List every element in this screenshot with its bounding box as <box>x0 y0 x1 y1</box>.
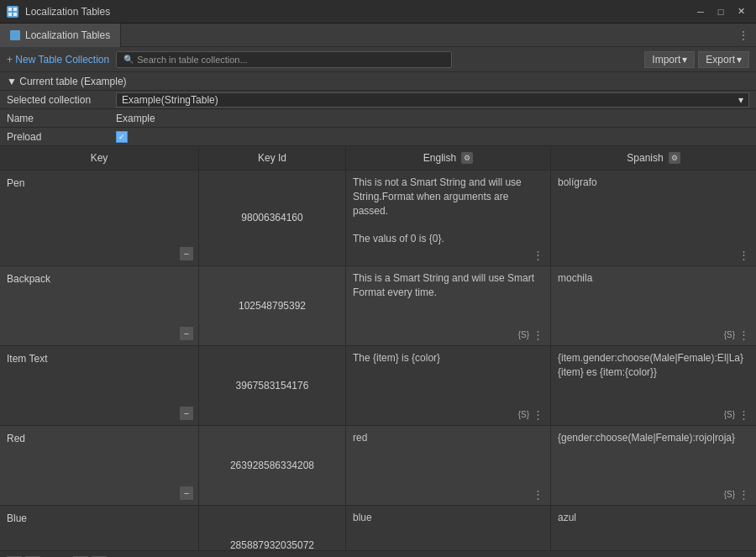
selected-collection-dropdown[interactable]: Example(StringTable) ▾ <box>116 92 749 108</box>
keyid-cell: 3967583154176 <box>199 346 346 425</box>
keyid-value: 102548795392 <box>239 300 306 312</box>
import-label: Import <box>652 54 680 66</box>
spanish-cell[interactable]: bolígrafo ⋮ <box>551 171 756 265</box>
spanish-value: bolígrafo <box>558 176 749 246</box>
spanish-cell-bottom: {S} ⋮ <box>558 406 749 420</box>
english-cell[interactable]: The {item} is {color} {S} ⋮ <box>346 346 551 425</box>
spanish-kebab-icon[interactable]: ⋮ <box>738 329 749 340</box>
spanish-kebab-icon[interactable]: ⋮ <box>738 489 749 500</box>
english-kebab-icon[interactable]: ⋮ <box>533 329 543 340</box>
localization-tables-tab[interactable]: Localization Tables <box>0 24 121 47</box>
current-table-label: ▼ Current table (Example) <box>7 76 127 87</box>
spanish-smart-badge: {S} <box>724 410 735 419</box>
keyid-value: 285887932035072 <box>230 539 314 550</box>
english-kebab-icon[interactable]: ⋮ <box>533 409 543 420</box>
spanish-column-header: Spanish ⚙ <box>551 146 756 170</box>
keyid-cell: 263928586334208 <box>199 426 346 505</box>
spanish-cell[interactable]: {item.gender:choose(Male|Female):El|La} … <box>551 346 756 425</box>
toolbar-menu-button[interactable]: ⋮ <box>731 29 756 42</box>
new-table-collection-button[interactable]: + New Table Collection <box>7 54 109 66</box>
checkbox-check: ✓ <box>118 133 125 141</box>
keyid-cell: 98006364160 <box>199 171 346 265</box>
key-value: Blue <box>7 511 192 524</box>
preload-checkbox[interactable]: ✓ <box>116 131 128 143</box>
english-value: blue <box>353 511 543 550</box>
svg-rect-2 <box>8 13 12 16</box>
tab-label: Localization Tables <box>25 29 110 41</box>
english-value: This is a Smart String and will use Smar… <box>353 271 543 326</box>
key-value: Item Text <box>7 351 192 365</box>
export-button[interactable]: Export ▾ <box>698 51 749 68</box>
table-area: Key Key Id English ⚙ Spanish ⚙ Pen − 980… <box>0 146 756 550</box>
window-controls: ─ □ ✕ <box>692 4 749 19</box>
search-placeholder: Search in table collection... <box>137 55 247 65</box>
table-row: Backpack − 102548795392 This is a Smart … <box>0 266 756 346</box>
key-cell: Red − <box>0 426 199 505</box>
svg-rect-1 <box>13 8 17 11</box>
english-cell[interactable]: This is a Smart String and will use Smar… <box>346 266 551 345</box>
table-row: Blue 285887932035072 blue azul <box>0 506 756 550</box>
preload-row: Preload ✓ <box>0 128 756 146</box>
key-cell: Backpack − <box>0 266 199 345</box>
key-cell: Item Text − <box>0 346 199 425</box>
english-smart-badge: {S} <box>518 330 529 339</box>
keyid-cell: 285887932035072 <box>199 506 346 550</box>
import-arrow: ▾ <box>682 54 687 66</box>
english-cell[interactable]: This is not a Smart String and will use … <box>346 171 551 265</box>
english-cell-bottom: ⋮ <box>353 486 543 500</box>
keyid-value: 263928586334208 <box>230 460 314 471</box>
remove-row-button[interactable]: − <box>180 327 193 340</box>
spanish-smart-badge: {S} <box>724 330 735 339</box>
keyid-header-label: Key Id <box>258 152 286 164</box>
search-icon: 🔍 <box>123 55 134 64</box>
selected-collection-value: Example(StringTable) <box>122 94 218 106</box>
keyid-value: 3967583154176 <box>236 380 309 391</box>
export-label: Export <box>706 54 735 66</box>
key-value: Pen <box>7 176 192 189</box>
spanish-value: mochila <box>558 271 749 326</box>
key-header-label: Key <box>91 152 108 164</box>
spanish-cell-bottom: ⋮ <box>558 246 749 260</box>
minimize-button[interactable]: ─ <box>692 4 709 19</box>
english-cell[interactable]: blue <box>346 506 551 550</box>
export-arrow: ▾ <box>737 54 742 66</box>
spanish-header-label: Spanish <box>627 152 663 164</box>
remove-row-button[interactable]: − <box>180 247 193 260</box>
title-bar: Localization Tables ─ □ ✕ <box>0 0 756 24</box>
keyid-value: 98006364160 <box>241 212 302 223</box>
spanish-cell[interactable]: mochila {S} ⋮ <box>551 266 756 345</box>
key-value: Backpack <box>7 271 192 285</box>
import-export-group: Import ▾ Export ▾ <box>644 51 749 68</box>
english-cell[interactable]: red ⋮ <box>346 426 551 505</box>
preload-label: Preload <box>7 131 116 143</box>
maximize-button[interactable]: □ <box>712 4 729 19</box>
current-table-header[interactable]: ▼ Current table (Example) <box>0 72 756 91</box>
english-kebab-icon[interactable]: ⋮ <box>533 250 543 260</box>
spanish-cell[interactable]: azul <box>551 506 756 550</box>
spanish-kebab-icon[interactable]: ⋮ <box>738 409 749 420</box>
key-value: Red <box>7 431 192 444</box>
secondary-toolbar: + New Table Collection 🔍 Search in table… <box>0 47 756 72</box>
key-column-header: Key <box>0 146 199 170</box>
english-kebab-icon[interactable]: ⋮ <box>533 489 543 500</box>
key-cell: Blue <box>0 506 199 550</box>
import-button[interactable]: Import ▾ <box>644 51 695 68</box>
spanish-cell[interactable]: {gender:choose(Male|Female):rojo|roja} {… <box>551 426 756 505</box>
english-value: The {item} is {color} <box>353 351 543 406</box>
remove-row-button[interactable]: − <box>180 486 193 500</box>
keyid-cell: 102548795392 <box>199 266 346 345</box>
spanish-smart-badge: {S} <box>724 490 735 499</box>
spanish-kebab-icon[interactable]: ⋮ <box>738 250 749 260</box>
name-value: Example <box>116 113 749 124</box>
close-button[interactable]: ✕ <box>732 4 749 19</box>
name-label: Name <box>7 113 116 124</box>
spanish-value: azul <box>558 511 749 550</box>
remove-row-button[interactable]: − <box>180 407 193 420</box>
table-row: Pen − 98006364160 This is not a Smart St… <box>0 171 756 266</box>
english-settings-icon[interactable]: ⚙ <box>461 152 473 164</box>
spanish-cell-bottom: {S} ⋮ <box>558 486 749 500</box>
table-row: Item Text − 3967583154176 The {item} is … <box>0 346 756 426</box>
search-box[interactable]: 🔍 Search in table collection... <box>116 51 452 68</box>
spanish-cell-bottom: {S} ⋮ <box>558 326 749 340</box>
spanish-settings-icon[interactable]: ⚙ <box>669 152 680 164</box>
